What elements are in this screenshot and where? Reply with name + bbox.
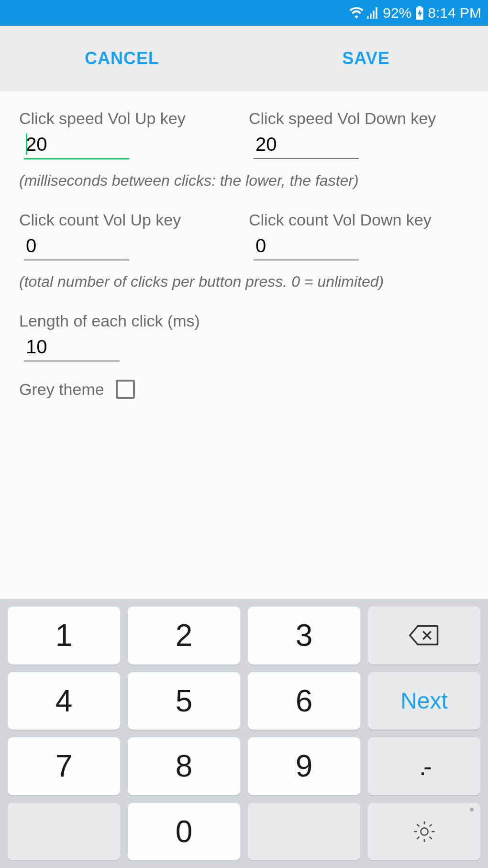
count-hint: (total number of clicks per button press…: [19, 273, 469, 291]
key-settings[interactable]: [368, 803, 480, 861]
key-next[interactable]: Next: [368, 672, 480, 730]
key-5[interactable]: 5: [128, 672, 240, 730]
key-4[interactable]: 4: [8, 672, 120, 730]
speed-up-label: Click speed Vol Up key: [19, 109, 239, 128]
battery-percent: 92%: [383, 5, 411, 21]
battery-charging-icon: [415, 6, 424, 20]
key-blank-left[interactable]: [8, 803, 120, 861]
grey-theme-label: Grey theme: [19, 380, 104, 399]
key-1[interactable]: 1: [8, 607, 120, 665]
count-down-input[interactable]: [254, 234, 359, 260]
gear-icon: [412, 819, 437, 844]
count-up-input[interactable]: [24, 234, 129, 260]
status-bar: 92% 8:14 PM: [0, 0, 488, 26]
key-backspace[interactable]: [368, 607, 480, 665]
speed-down-label: Click speed Vol Down key: [249, 109, 469, 128]
svg-point-0: [421, 828, 428, 835]
count-up-label: Click count Vol Up key: [19, 211, 239, 229]
key-symbols[interactable]: .-: [368, 737, 480, 795]
wifi-icon: [349, 7, 364, 19]
speed-up-input[interactable]: [24, 133, 129, 159]
key-3[interactable]: 3: [248, 607, 360, 665]
key-blank-right[interactable]: [248, 803, 360, 861]
speed-down-input[interactable]: [254, 133, 359, 159]
action-row: CANCEL SAVE: [0, 26, 488, 91]
save-button[interactable]: SAVE: [244, 26, 488, 91]
key-7[interactable]: 7: [8, 737, 120, 795]
length-label: Length of each click (ms): [19, 312, 469, 330]
text-cursor: [26, 134, 27, 155]
key-6[interactable]: 6: [248, 672, 360, 730]
length-input[interactable]: [24, 335, 120, 361]
status-icons: [349, 7, 379, 19]
cancel-button[interactable]: CANCEL: [0, 26, 244, 91]
indicator-dot: [470, 808, 474, 812]
grey-theme-checkbox[interactable]: [116, 380, 135, 399]
clock-time: 8:14 PM: [428, 5, 481, 21]
count-down-label: Click count Vol Down key: [249, 211, 469, 229]
settings-form: Click speed Vol Up key Click speed Vol D…: [0, 91, 488, 599]
key-8[interactable]: 8: [128, 737, 240, 795]
backspace-icon: [409, 625, 440, 646]
key-2[interactable]: 2: [128, 607, 240, 665]
numeric-keyboard: 1 2 3 4 5 6 Next 7 8 9 .- 0: [0, 599, 488, 868]
key-0[interactable]: 0: [128, 803, 240, 861]
speed-hint: (milliseconds between clicks: the lower,…: [19, 172, 469, 190]
key-9[interactable]: 9: [248, 737, 360, 795]
signal-icon: [366, 7, 379, 19]
